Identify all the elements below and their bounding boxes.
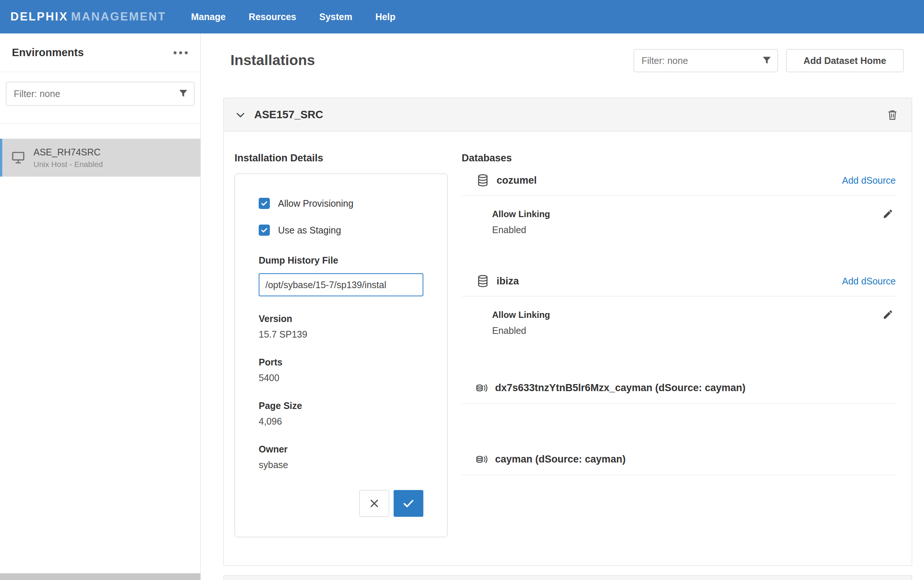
- ellipsis-icon: [173, 51, 189, 54]
- allow-linking-value: Enabled: [492, 325, 896, 336]
- delete-installation-button[interactable]: [886, 109, 898, 121]
- page-size-field: Page Size 4,096: [259, 400, 423, 427]
- form-actions: [359, 490, 423, 517]
- brand-primary: DELPHIX: [10, 10, 68, 23]
- ports-label: Ports: [259, 357, 423, 368]
- sidebar-filter-section: [0, 72, 201, 124]
- main-nav: Manage Resources System Help: [191, 12, 395, 22]
- horizontal-scrollbar[interactable]: [0, 573, 201, 580]
- collapse-button[interactable]: [235, 109, 246, 120]
- confirm-button[interactable]: [394, 490, 423, 517]
- allow-provisioning-row: Allow Provisioning: [259, 198, 423, 209]
- version-value: 15.7 SP139: [259, 329, 423, 340]
- dsource-name: cayman (dSource: cayman): [495, 453, 626, 465]
- dsource-name: dx7s633tnzYtnB5lr6Mzx_cayman (dSource: c…: [495, 382, 746, 394]
- edit-allow-linking-button[interactable]: [882, 208, 894, 219]
- database-section-ibiza: ibiza Add dSource Allow Linking Enabled: [462, 271, 896, 336]
- use-as-staging-row: Use as Staging: [259, 224, 423, 236]
- nav-item-resources[interactable]: Resources: [249, 12, 296, 22]
- brand-logo: DELPHIXMANAGEMENT: [0, 10, 191, 23]
- databases-heading: Databases: [462, 152, 896, 164]
- sidebar-menu-button[interactable]: [173, 51, 189, 54]
- filter-funnel-icon: [761, 55, 772, 66]
- installation-card-body: Installation Details Allow Provisioning …: [224, 132, 912, 537]
- main-content: Installations Add Dataset Home ASE157_SR…: [201, 33, 924, 580]
- check-icon: [260, 199, 268, 208]
- trash-icon: [886, 109, 898, 121]
- filter-funnel-icon: [178, 88, 189, 99]
- ports-value: 5400: [259, 372, 423, 383]
- dsource-database-icon: [476, 454, 488, 465]
- installation-details-form: Allow Provisioning Use as Staging Dump H…: [235, 174, 447, 537]
- dsource-row: dx7s633tnzYtnB5lr6Mzx_cayman (dSource: c…: [462, 373, 896, 404]
- installation-name: ASE157_SRC: [254, 109, 323, 121]
- database-section-cozumel: cozumel Add dSource Allow Linking Enable…: [462, 170, 896, 236]
- allow-linking-label: Allow Linking: [492, 310, 896, 320]
- environments-sidebar: Environments ASE_RH74SRC Unix Host - Ena…: [0, 33, 201, 580]
- environment-filter-button[interactable]: [178, 88, 189, 99]
- pencil-icon: [882, 309, 894, 320]
- dump-history-file-input[interactable]: [259, 273, 423, 296]
- database-name: ibiza: [497, 275, 519, 287]
- allow-provisioning-checkbox[interactable]: [259, 198, 270, 209]
- use-as-staging-checkbox[interactable]: [259, 224, 270, 236]
- add-dsource-link[interactable]: Add dSource: [842, 276, 896, 287]
- environment-status: Unix Host - Enabled: [33, 160, 103, 169]
- allow-linking-label: Allow Linking: [492, 209, 896, 219]
- cancel-button[interactable]: [359, 490, 389, 517]
- allow-provisioning-label: Allow Provisioning: [278, 198, 353, 209]
- top-navbar: DELPHIXMANAGEMENT Manage Resources Syste…: [0, 0, 924, 33]
- version-field: Version 15.7 SP139: [259, 313, 423, 340]
- owner-field: Owner sybase: [259, 444, 423, 470]
- nav-item-system[interactable]: System: [319, 12, 352, 22]
- installation-card-header[interactable]: ASE157_SRC: [224, 98, 912, 132]
- add-dsource-link[interactable]: Add dSource: [842, 175, 896, 186]
- environment-list-item[interactable]: ASE_RH74SRC Unix Host - Enabled: [0, 139, 201, 176]
- ports-field: Ports 5400: [259, 357, 423, 383]
- installations-filter: [634, 49, 778, 72]
- database-icon: [477, 274, 488, 288]
- add-dataset-home-button[interactable]: Add Dataset Home: [786, 49, 904, 72]
- version-label: Version: [259, 313, 423, 324]
- installation-details-column: Installation Details Allow Provisioning …: [235, 152, 447, 537]
- pencil-icon: [882, 208, 894, 219]
- page-size-label: Page Size: [259, 400, 423, 411]
- check-icon: [402, 497, 415, 510]
- installations-filter-input[interactable]: [634, 49, 778, 72]
- host-icon: [10, 150, 26, 165]
- allow-linking-value: Enabled: [492, 224, 896, 236]
- dsource-row: cayman (dSource: cayman): [462, 445, 896, 475]
- nav-item-help[interactable]: Help: [375, 12, 395, 22]
- next-installation-card[interactable]: [224, 575, 912, 580]
- database-detail: Allow Linking Enabled: [462, 296, 896, 336]
- chevron-down-icon: [235, 109, 246, 120]
- dsource-database-icon: [476, 382, 488, 394]
- installation-card: ASE157_SRC Installation Details Allow Pr…: [224, 98, 912, 566]
- database-detail: Allow Linking Enabled: [462, 196, 896, 236]
- close-icon: [368, 497, 381, 510]
- database-row: ibiza Add dSource: [462, 271, 896, 296]
- owner-label: Owner: [259, 444, 423, 455]
- nav-item-manage[interactable]: Manage: [191, 12, 225, 22]
- check-icon: [260, 226, 268, 234]
- databases-column: Databases cozumel Add dSource Allow Link…: [462, 152, 896, 537]
- dump-history-file-label: Dump History File: [259, 255, 423, 266]
- sidebar-header: Environments: [0, 33, 201, 72]
- database-icon: [477, 174, 488, 187]
- environment-name: ASE_RH74SRC: [33, 147, 103, 158]
- edit-allow-linking-button[interactable]: [882, 309, 894, 320]
- page-title: Installations: [230, 52, 315, 68]
- environment-filter-input[interactable]: [6, 82, 194, 105]
- brand-secondary: MANAGEMENT: [71, 10, 166, 23]
- database-row: cozumel Add dSource: [462, 170, 896, 196]
- installations-filter-button[interactable]: [761, 55, 772, 66]
- environment-list: ASE_RH74SRC Unix Host - Enabled: [0, 124, 201, 176]
- use-as-staging-label: Use as Staging: [278, 225, 341, 236]
- owner-value: sybase: [259, 460, 423, 470]
- sidebar-title: Environments: [12, 46, 84, 59]
- page-size-value: 4,096: [259, 416, 423, 427]
- installation-details-heading: Installation Details: [235, 152, 447, 164]
- database-name: cozumel: [497, 175, 537, 186]
